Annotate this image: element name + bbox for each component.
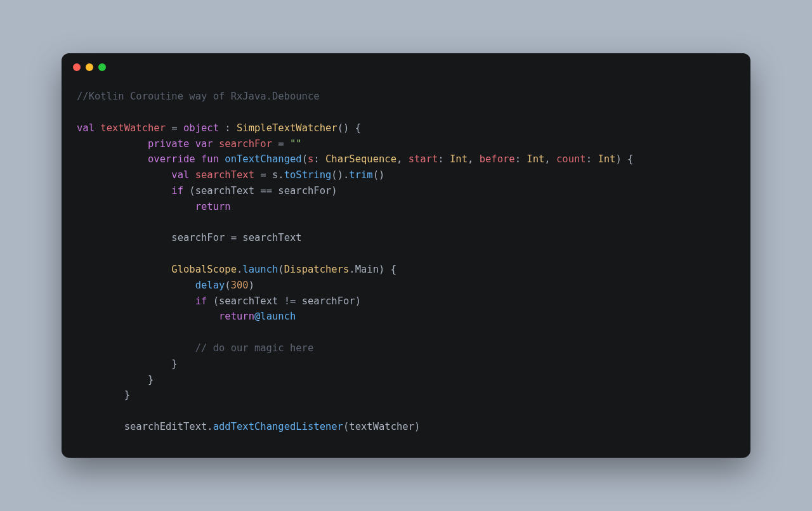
code-operator: =: [272, 138, 290, 150]
code-operator: =: [254, 169, 272, 181]
code-number: 300: [231, 280, 249, 291]
code-type: GlobalScope: [171, 264, 237, 275]
code-paren: (: [278, 264, 284, 275]
code-comment: //Kotlin Coroutine way of RxJava.Debounc…: [77, 91, 320, 102]
code-paren: () {: [337, 122, 361, 134]
code-type: Dispatchers: [284, 264, 350, 275]
code-paren: ) {: [615, 153, 633, 165]
code-keyword: val: [171, 169, 189, 181]
code-keyword: fun: [201, 153, 219, 165]
code-type: CharSequence: [325, 153, 396, 165]
code-dot: .: [207, 421, 213, 432]
code-identifier: searchFor: [278, 185, 331, 197]
code-identifier: textWatcher: [100, 122, 166, 134]
code-keyword: var: [195, 138, 213, 150]
code-identifier: searchText: [219, 295, 278, 307]
code-brace: }: [171, 358, 177, 370]
code-dot: .: [237, 264, 242, 275]
code-identifier: searchFor: [171, 232, 225, 243]
code-identifier: textWatcher: [349, 421, 414, 432]
code-param: start: [409, 153, 438, 165]
code-label: @launch: [254, 311, 296, 322]
code-function: toString: [284, 169, 332, 181]
code-keyword: object: [183, 122, 219, 134]
code-keyword: if: [195, 295, 207, 307]
code-function: trim: [349, 169, 372, 181]
code-function: delay: [195, 280, 225, 291]
code-function: onTextChanged: [225, 153, 301, 165]
code-paren: (: [302, 153, 308, 165]
window-titlebar: [62, 53, 750, 81]
code-paren: ): [355, 295, 361, 307]
code-brace: }: [148, 374, 154, 385]
code-function: addTextChangedListener: [213, 421, 343, 432]
code-identifier: searchFor: [302, 295, 355, 307]
code-paren: ): [414, 421, 420, 432]
code-keyword: if: [171, 185, 183, 197]
minimize-icon[interactable]: [86, 63, 93, 71]
code-paren: ): [331, 185, 337, 197]
code-window: //Kotlin Coroutine way of RxJava.Debounc…: [62, 53, 750, 458]
code-type: Int: [527, 153, 544, 165]
code-type: Int: [598, 153, 615, 165]
code-identifier: Main: [355, 264, 379, 275]
code-param: count: [556, 153, 586, 165]
code-paren: ) {: [379, 264, 396, 275]
code-keyword: override: [148, 153, 195, 165]
code-operator: :: [219, 122, 237, 134]
code-paren: (: [225, 280, 230, 291]
code-string: "": [290, 138, 302, 150]
code-operator: =: [166, 122, 183, 134]
code-paren: ): [249, 280, 254, 291]
code-type: Int: [450, 153, 468, 165]
code-type: SimpleTextWatcher: [237, 122, 337, 134]
code-paren: (: [207, 295, 219, 307]
code-identifier: searchText: [195, 185, 254, 197]
code-keyword: return: [219, 311, 254, 322]
code-paren: (: [183, 185, 195, 197]
code-operator: =: [225, 232, 242, 243]
code-identifier: s: [272, 169, 278, 181]
code-paren: (: [343, 421, 349, 432]
code-identifier: searchEditText: [124, 421, 207, 432]
maximize-icon[interactable]: [98, 63, 106, 71]
code-keyword: val: [77, 122, 95, 134]
code-block: //Kotlin Coroutine way of RxJava.Debounc…: [62, 81, 750, 458]
code-operator: !=: [278, 295, 301, 307]
close-icon[interactable]: [73, 63, 81, 71]
code-param: s: [308, 153, 313, 165]
code-comment: // do our magic here: [195, 342, 314, 354]
code-identifier: searchText: [195, 169, 254, 181]
code-function: launch: [242, 264, 278, 275]
code-identifier: searchFor: [219, 138, 272, 150]
code-operator: ==: [254, 185, 278, 197]
code-keyword: private: [148, 138, 189, 150]
code-brace: }: [124, 389, 130, 401]
code-keyword: return: [195, 201, 231, 212]
code-identifier: searchText: [242, 232, 301, 243]
code-param: before: [480, 153, 515, 165]
